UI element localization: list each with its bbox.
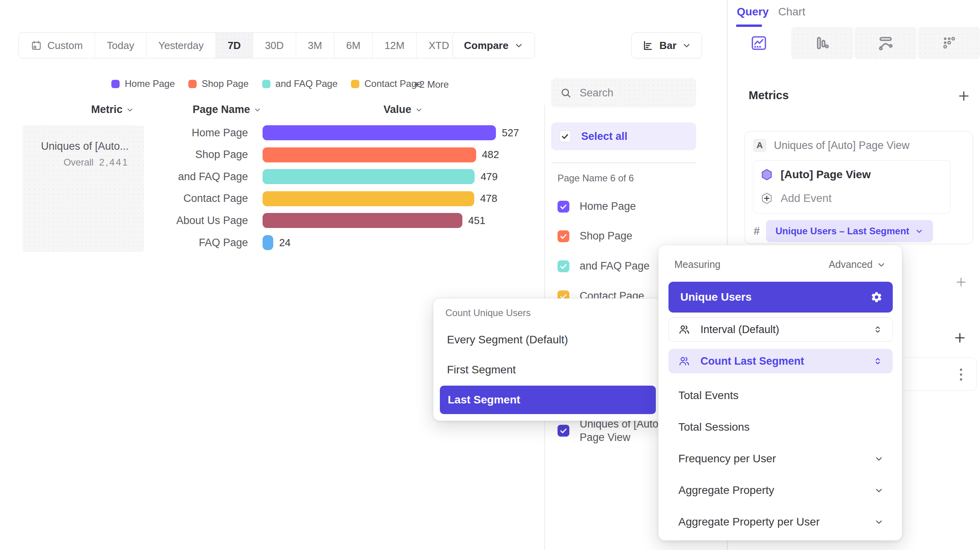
metrics-section-title: Metrics bbox=[749, 89, 789, 102]
chevron-down-icon bbox=[874, 486, 884, 495]
bar[interactable] bbox=[263, 191, 474, 206]
tab-flow[interactable] bbox=[854, 27, 917, 59]
chart-legend: Home Page Shop Page and FAQ Page Contact… bbox=[111, 78, 422, 90]
bar[interactable] bbox=[263, 169, 475, 184]
checkbox[interactable] bbox=[558, 230, 569, 242]
bar-category-label: Contact Page bbox=[105, 192, 263, 205]
date-range-label: 3M bbox=[308, 40, 322, 52]
bar-value-label: 24 bbox=[279, 237, 291, 249]
checkbox[interactable] bbox=[558, 201, 569, 213]
users-icon bbox=[678, 355, 690, 367]
date-range-segment[interactable]: 7D bbox=[216, 33, 253, 58]
stepper-icon[interactable] bbox=[873, 356, 883, 366]
chart-bar-row: and FAQ Page479 bbox=[105, 166, 498, 188]
add-breakdown-button[interactable] bbox=[953, 331, 967, 345]
date-range-segment[interactable]: 6M bbox=[334, 33, 373, 58]
chart-bar-row: FAQ Page24 bbox=[105, 232, 291, 254]
tab-line-chart[interactable] bbox=[728, 27, 790, 59]
measure-option-unique-users[interactable]: Unique Users bbox=[668, 282, 893, 313]
tab-query[interactable]: Query bbox=[737, 6, 769, 18]
event-row[interactable]: [Auto] Page View bbox=[760, 167, 871, 183]
date-range-label: Today bbox=[107, 40, 134, 52]
hexagon-plus-icon bbox=[760, 192, 773, 205]
select-all-row[interactable]: Select all bbox=[551, 122, 696, 150]
date-range-segment[interactable]: Yesterday bbox=[146, 33, 216, 58]
kebab-menu-icon[interactable] bbox=[955, 366, 967, 383]
tab-bar-chart[interactable] bbox=[791, 27, 854, 59]
measure-option[interactable]: Frequency per User bbox=[659, 443, 902, 475]
gear-icon[interactable] bbox=[871, 291, 882, 303]
measurement-selector-pill[interactable]: Unique Users – Last Segment bbox=[766, 220, 933, 242]
popover-title: Count Unique Users bbox=[434, 307, 662, 318]
legend-item[interactable]: Contact Page bbox=[351, 78, 422, 89]
measure-option-label: Aggregate Property per User bbox=[678, 516, 874, 528]
legend-item[interactable]: Home Page bbox=[111, 78, 175, 89]
check-icon bbox=[559, 426, 568, 435]
bar[interactable] bbox=[263, 213, 462, 228]
search-input[interactable]: Search bbox=[551, 78, 696, 107]
date-range-segment[interactable]: 12M bbox=[373, 33, 417, 58]
plus-icon bbox=[957, 89, 971, 103]
date-range-segment[interactable]: 3M bbox=[296, 33, 334, 58]
legend-item[interactable]: and FAQ Page bbox=[262, 78, 338, 89]
bar-chart-icon bbox=[642, 40, 654, 51]
date-range-segment[interactable]: Today bbox=[95, 33, 146, 58]
filter-checkbox-row[interactable]: and FAQ Page bbox=[558, 260, 650, 272]
measure-option[interactable]: Aggregate Property per User bbox=[659, 506, 902, 538]
filter-checkbox-row[interactable]: Home Page bbox=[558, 200, 636, 213]
checkbox[interactable] bbox=[558, 425, 569, 437]
calendar-icon bbox=[31, 40, 42, 51]
segment-option-label: Every Segment (Default) bbox=[447, 333, 568, 346]
legend-item[interactable]: Shop Page bbox=[188, 78, 249, 89]
segment-option[interactable]: First Segment bbox=[434, 355, 662, 385]
param-row-interval[interactable]: Interval (Default) bbox=[668, 317, 893, 342]
add-metric-button[interactable] bbox=[957, 89, 971, 103]
measure-option[interactable]: Total Sessions bbox=[659, 411, 902, 443]
measure-option[interactable]: Total Events bbox=[659, 380, 902, 411]
bar-category-label: Shop Page bbox=[105, 149, 263, 161]
filter-checkbox-row[interactable]: Shop Page bbox=[558, 230, 633, 242]
legend-more-button[interactable]: +2 More bbox=[414, 79, 449, 90]
add-event-row[interactable]: Add Event bbox=[760, 190, 832, 206]
measuring-popover: Measuring Advanced Unique Users Interval… bbox=[658, 245, 902, 541]
bar[interactable] bbox=[263, 147, 476, 162]
bar-value-label: 527 bbox=[502, 127, 519, 139]
bar[interactable] bbox=[263, 235, 273, 250]
segment-option[interactable]: Last Segment bbox=[440, 386, 656, 414]
filter-item-label: Shop Page bbox=[580, 230, 633, 242]
column-header-value[interactable]: Value bbox=[372, 104, 435, 116]
measurement-selector-label: Unique Users – Last Segment bbox=[775, 226, 909, 237]
param-row-count-last-segment[interactable]: Count Last Segment bbox=[668, 349, 893, 373]
date-range-segment[interactable]: Custom bbox=[19, 33, 95, 58]
plus-icon bbox=[953, 331, 967, 345]
chevron-down-icon bbox=[874, 454, 884, 463]
date-range-label: 30D bbox=[265, 40, 284, 52]
chart-bar-row: Shop Page482 bbox=[105, 144, 499, 166]
measure-option[interactable]: Aggregate Property bbox=[659, 475, 902, 506]
chevron-down-icon bbox=[682, 41, 691, 50]
tab-chart[interactable]: Chart bbox=[778, 6, 805, 18]
date-range-label: XTD bbox=[428, 40, 449, 52]
bar[interactable] bbox=[263, 125, 496, 140]
chart-type-button[interactable]: Bar bbox=[631, 32, 702, 58]
bar-category-label: About Us Page bbox=[105, 215, 263, 227]
column-header-metric[interactable]: Metric bbox=[81, 104, 144, 116]
compare-button[interactable]: Compare bbox=[452, 32, 535, 58]
date-range-segment[interactable]: 30D bbox=[253, 33, 296, 58]
measure-option-label: Aggregate Property bbox=[678, 484, 874, 497]
tab-dots-grid[interactable] bbox=[918, 27, 980, 59]
select-all-checkbox[interactable] bbox=[559, 130, 571, 142]
users-icon bbox=[678, 324, 690, 335]
legend-label: Shop Page bbox=[202, 78, 249, 89]
stepper-icon[interactable] bbox=[873, 324, 883, 335]
bar-value-label: 482 bbox=[482, 149, 499, 161]
date-range-label: 12M bbox=[385, 40, 405, 52]
search-icon bbox=[560, 87, 572, 99]
add-filter-button[interactable] bbox=[955, 276, 967, 288]
line-chart-icon bbox=[750, 34, 768, 52]
checkbox[interactable] bbox=[558, 260, 569, 272]
column-header-page-name[interactable]: Page Name bbox=[186, 104, 268, 116]
advanced-toggle[interactable]: Advanced bbox=[829, 259, 886, 270]
segment-option[interactable]: Every Segment (Default) bbox=[434, 325, 662, 355]
metric-definition-card[interactable]: A Uniques of [Auto] Page View [Auto] Pag… bbox=[745, 131, 973, 244]
